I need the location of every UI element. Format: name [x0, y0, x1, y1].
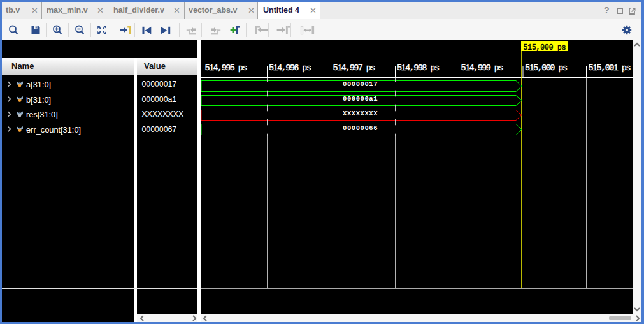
- svg-text:514,999 ps: 514,999 ps: [461, 63, 504, 73]
- svg-text:515,001 ps: 515,001 ps: [589, 63, 631, 73]
- svg-text:00000017: 00000017: [343, 80, 378, 88]
- svg-text:514,996 ps: 514,996 ps: [269, 63, 311, 73]
- svg-text:XXXXXXXX: XXXXXXXX: [343, 110, 378, 117]
- svg-text:000000a1: 000000a1: [343, 95, 378, 103]
- svg-text:514,997 ps: 514,997 ps: [333, 63, 376, 73]
- svg-text:515,000 ps: 515,000 ps: [525, 63, 568, 73]
- svg-text:514,998 ps: 514,998 ps: [397, 63, 440, 73]
- svg-text:00000066: 00000066: [343, 124, 378, 132]
- svg-text:514,995 ps: 514,995 ps: [205, 63, 248, 73]
- svg-text:515,000 ps: 515,000 ps: [524, 43, 566, 52]
